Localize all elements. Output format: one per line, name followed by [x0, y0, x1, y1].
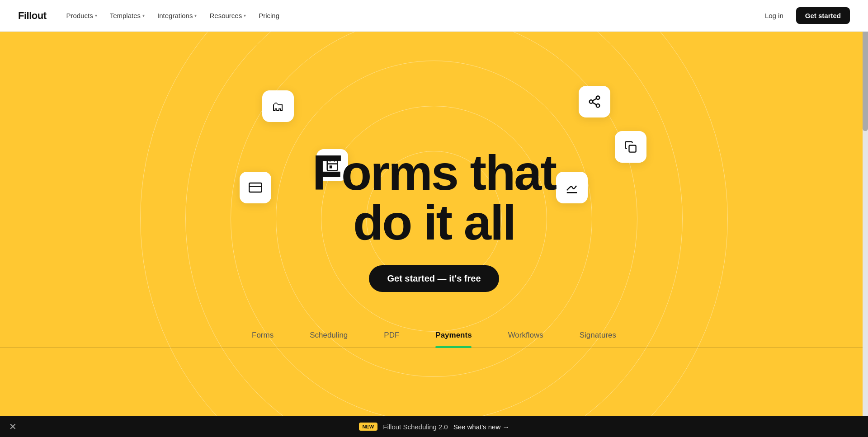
chevron-down-icon: ▾: [95, 13, 97, 18]
book-icon: 🗂: [262, 90, 294, 122]
hero-title: Forms that do it all: [312, 148, 556, 247]
svg-point-2: [596, 104, 600, 108]
card-icon: [240, 172, 271, 203]
svg-line-3: [593, 103, 597, 105]
svg-point-0: [596, 96, 600, 100]
getstarted-nav-button[interactable]: Get started: [796, 7, 850, 24]
logo[interactable]: Fillout: [18, 10, 46, 22]
svg-rect-11: [249, 183, 262, 192]
navbar-left: Fillout Products ▾ Templates ▾ Integrati…: [18, 8, 285, 23]
tabs-section: Forms Scheduling PDF Payments Workflows …: [0, 310, 868, 348]
tabs-bar: Forms Scheduling PDF Payments Workflows …: [0, 324, 868, 348]
new-badge: NEW: [359, 423, 378, 431]
chevron-down-icon: ▾: [142, 13, 145, 18]
tab-payments[interactable]: Payments: [417, 324, 490, 347]
whats-new-link[interactable]: See what's new →: [453, 423, 509, 431]
login-button[interactable]: Log in: [758, 8, 791, 23]
svg-point-1: [590, 100, 593, 103]
nav-integrations[interactable]: Integrations ▾: [152, 8, 202, 23]
svg-line-4: [593, 99, 597, 101]
svg-rect-10: [629, 146, 636, 152]
nav-products[interactable]: Products ▾: [61, 8, 102, 23]
tab-scheduling[interactable]: Scheduling: [292, 324, 366, 347]
tab-signatures[interactable]: Signatures: [561, 324, 634, 347]
chevron-down-icon: ▾: [244, 13, 246, 18]
nav-resources[interactable]: Resources ▾: [204, 8, 251, 23]
chevron-down-icon: ▾: [194, 13, 197, 18]
close-button[interactable]: ✕: [9, 422, 17, 431]
tab-workflows[interactable]: Workflows: [490, 324, 561, 347]
bottom-bar: ✕ NEW Fillout Scheduling 2.0 See what's …: [0, 416, 868, 437]
nav-pricing[interactable]: Pricing: [253, 8, 285, 23]
share-icon: [579, 86, 610, 117]
copy-icon: [615, 131, 646, 163]
bottom-bar-text: Fillout Scheduling 2.0: [383, 423, 448, 431]
navbar-right: Log in Get started: [758, 7, 850, 24]
tab-forms[interactable]: Forms: [234, 324, 292, 347]
nav-templates[interactable]: Templates ▾: [104, 8, 150, 23]
hero-cta-button[interactable]: Get started — it's free: [369, 265, 499, 292]
nav-links: Products ▾ Templates ▾ Integrations ▾ Re…: [61, 8, 285, 23]
navbar: Fillout Products ▾ Templates ▾ Integrati…: [0, 0, 868, 32]
hero-section: 🗂 Forms that do it all Get started —: [0, 0, 868, 437]
scrollbar[interactable]: [863, 0, 868, 437]
hero-content: Forms that do it all Get started — it's …: [303, 121, 565, 310]
tab-pdf[interactable]: PDF: [366, 324, 417, 347]
